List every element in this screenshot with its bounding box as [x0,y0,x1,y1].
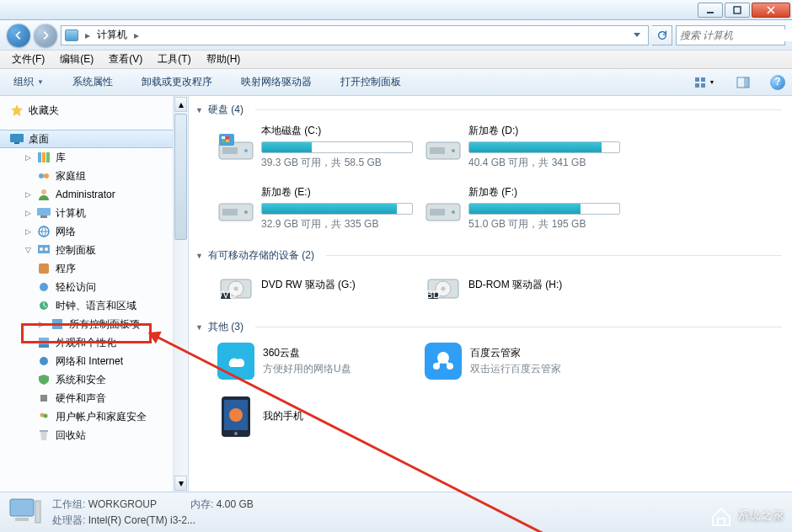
svg-rect-18 [40,215,47,218]
svg-rect-11 [38,152,41,162]
tree-label: 程序 [56,262,76,276]
tree-appearance[interactable]: 外观和个性化 [0,333,173,352]
menu-view[interactable]: 查看(V) [102,51,149,68]
chevron-right-icon[interactable]: ▸ [132,29,141,41]
address-bar[interactable]: ▸ 计算机 ▸ [61,25,649,45]
hdd-icon [217,192,254,226]
other-item[interactable]: 百度云管家双击运行百度云管家 [421,336,615,386]
expand-icon[interactable]: ▷ [24,227,32,236]
computer-icon [65,29,78,41]
svg-rect-17 [37,208,51,215]
computer-icon [37,206,51,220]
open-control-panel-button[interactable]: 打开控制面板 [334,72,408,93]
tree-computer[interactable]: ▷计算机 [0,204,173,222]
expand-icon[interactable]: ▷ [24,153,32,162]
tree-label: Administrator [56,189,115,200]
menu-file[interactable]: 文件(F) [5,51,51,68]
tree-control-panel[interactable]: ▽控制面板 [0,241,173,259]
recycle-icon [37,428,51,442]
chevron-right-icon[interactable]: ▸ [83,29,92,41]
tree-label: 网络和 Internet [56,354,123,369]
address-dropdown[interactable] [629,26,645,45]
tree-homegroup[interactable]: 家庭组 [0,167,173,185]
tree-network-internet[interactable]: 网络和 Internet [0,352,173,370]
tree-desktop[interactable]: 桌面 [0,130,173,148]
forward-button[interactable] [34,24,57,47]
svg-point-58 [441,287,446,291]
maximize-button[interactable] [725,3,750,18]
content-pane: ▼硬盘 (4) 本地磁盘 (C:) 39.3 GB 可用，共 58.5 GB 新… [189,96,792,492]
tree-programs[interactable]: 程序 [0,259,173,278]
svg-point-15 [44,173,49,178]
navpane-scrollbar[interactable]: ▴ ▾ [174,96,189,492]
tree-recycle-bin[interactable]: 回收站 [0,426,173,444]
expand-icon[interactable]: ▷ [24,209,32,217]
group-header-removable[interactable]: ▼有可移动存储的设备 (2) [195,245,782,264]
drive-stats: 32.9 GB 可用，共 335 GB [261,217,413,231]
menu-help[interactable]: 帮助(H) [200,51,248,68]
tree-label: 所有控制面板项 [69,317,140,332]
libraries-icon [37,151,51,164]
collapse-icon[interactable]: ▽ [24,246,32,254]
desktop-icon [10,132,24,146]
group-header-other[interactable]: ▼其他 (3) [195,317,782,336]
tree-favorites[interactable]: 收藏夹 [0,101,173,120]
scroll-down-icon[interactable]: ▾ [174,476,187,491]
tree-clock-language-region[interactable]: 时钟、语言和区域 [0,296,173,315]
expand-icon[interactable]: ▷ [24,190,32,199]
search-box[interactable] [676,25,785,45]
tree-administrator[interactable]: ▷Administrator [0,185,173,204]
other-item[interactable]: 我的手机 [214,391,408,442]
tree-libraries[interactable]: ▷库 [0,148,173,167]
tree-ease-of-access[interactable]: 轻松访问 [0,278,173,296]
back-button[interactable] [7,24,30,47]
svg-rect-40 [222,140,225,142]
tree-network[interactable]: ▷网络 [0,222,173,241]
svg-point-29 [40,357,48,365]
breadcrumb-computer[interactable]: 计算机 [97,28,127,42]
scroll-thumb[interactable] [174,114,187,240]
svg-rect-72 [35,501,40,523]
preview-pane-button[interactable] [731,73,755,92]
drive-stats: 51.0 GB 可用，共 195 GB [468,217,620,231]
change-view-button[interactable]: ▼ [693,73,716,92]
optical-drive-item[interactable]: DVD DVD RW 驱动器 (G:) [214,264,408,308]
tree-hardware-sound[interactable]: 硬件和声音 [0,389,173,407]
system-properties-button[interactable]: 系统属性 [66,72,120,93]
minimize-button[interactable] [698,3,723,18]
drive-name: BD-ROM 驱动器 (H:) [468,278,612,292]
help-button[interactable]: ? [770,75,785,90]
svg-rect-4 [701,77,705,82]
svg-rect-30 [40,395,47,402]
drive-item[interactable]: 新加卷 (D:) 40.4 GB 可用，共 341 GB [421,119,615,175]
search-input[interactable] [677,29,792,41]
refresh-button[interactable] [652,25,672,45]
tree-label: 控制面板 [56,243,96,258]
close-button[interactable] [752,3,790,18]
tree-all-items[interactable]: ▷所有控制面板项 [0,315,173,333]
tree-label: 硬件和声音 [56,391,106,406]
tree-user-accounts[interactable]: 用户帐户和家庭安全 [0,407,173,426]
svg-rect-5 [695,83,699,88]
scroll-up-icon[interactable]: ▴ [174,97,187,112]
tree-system-security[interactable]: 系统和安全 [0,370,173,389]
uninstall-programs-button[interactable]: 卸载或更改程序 [135,72,219,93]
group-header-hdd[interactable]: ▼硬盘 (4) [195,99,782,119]
organize-button[interactable]: 组织▼ [7,72,51,93]
optical-drive-item[interactable]: BD BD-ROM 驱动器 (H:) [421,264,615,308]
drive-item[interactable]: 新加卷 (E:) 32.9 GB 可用，共 335 GB [214,180,408,237]
expand-icon[interactable]: ▷ [37,320,45,328]
other-item[interactable]: 360云盘方便好用的网络U盘 [214,336,408,386]
menu-bar: 文件(F) 编辑(E) 查看(V) 工具(T) 帮助(H) [0,51,792,69]
appearance-icon [37,336,51,349]
app-name: 百度云管家 [470,346,561,360]
drive-item[interactable]: 本地磁盘 (C:) 39.3 GB 可用，共 58.5 GB [214,119,408,175]
svg-rect-43 [430,147,445,154]
menu-tools[interactable]: 工具(T) [151,51,197,68]
map-network-drive-button[interactable]: 映射网络驱动器 [234,72,318,93]
app-name: 360云盘 [263,346,351,360]
drive-item[interactable]: 新加卷 (F:) 51.0 GB 可用，共 195 GB [421,180,615,237]
menu-edit[interactable]: 编辑(E) [53,51,100,68]
details-cpu-value: Intel(R) Core(TM) i3-2... [88,514,195,526]
svg-point-21 [40,247,43,251]
